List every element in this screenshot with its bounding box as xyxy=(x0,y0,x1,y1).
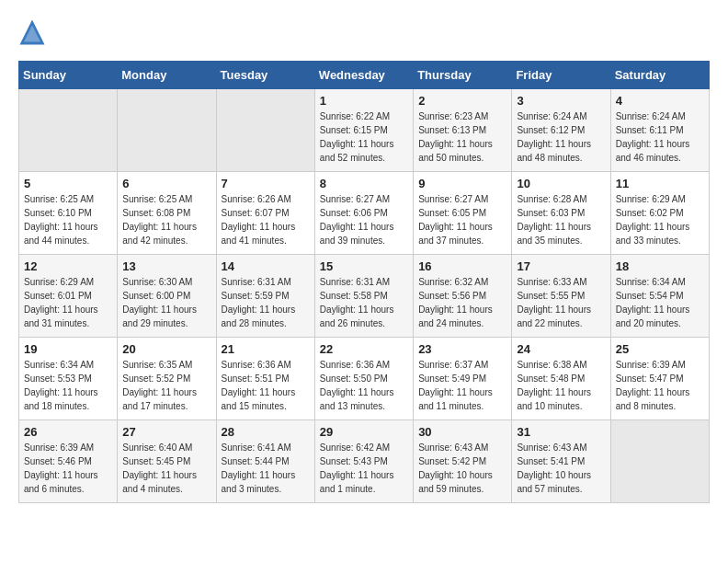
day-info: Sunrise: 6:43 AM Sunset: 5:42 PM Dayligh… xyxy=(418,441,506,496)
calendar-cell: 17Sunrise: 6:33 AM Sunset: 5:55 PM Dayli… xyxy=(512,255,610,338)
day-number: 1 xyxy=(320,94,408,108)
calendar-cell: 19Sunrise: 6:34 AM Sunset: 5:53 PM Dayli… xyxy=(19,338,118,420)
calendar-cell: 29Sunrise: 6:42 AM Sunset: 5:43 PM Dayli… xyxy=(314,420,413,503)
day-number: 20 xyxy=(122,342,210,356)
week-row-0: 1Sunrise: 6:22 AM Sunset: 6:15 PM Daylig… xyxy=(19,89,710,172)
calendar-cell: 1Sunrise: 6:22 AM Sunset: 6:15 PM Daylig… xyxy=(314,89,413,172)
calendar-cell: 23Sunrise: 6:37 AM Sunset: 5:49 PM Dayli… xyxy=(414,338,512,420)
day-number: 24 xyxy=(517,342,605,356)
day-info: Sunrise: 6:33 AM Sunset: 5:55 PM Dayligh… xyxy=(517,275,605,330)
day-info: Sunrise: 6:22 AM Sunset: 6:15 PM Dayligh… xyxy=(320,109,408,165)
day-info: Sunrise: 6:25 AM Sunset: 6:10 PM Dayligh… xyxy=(24,192,112,247)
day-info: Sunrise: 6:26 AM Sunset: 6:07 PM Dayligh… xyxy=(222,192,310,247)
day-number: 19 xyxy=(24,342,112,356)
day-number: 16 xyxy=(418,259,506,273)
day-info: Sunrise: 6:27 AM Sunset: 6:06 PM Dayligh… xyxy=(320,192,408,247)
calendar-cell: 18Sunrise: 6:34 AM Sunset: 5:54 PM Dayli… xyxy=(610,255,709,338)
day-number: 30 xyxy=(418,425,506,439)
calendar-cell: 4Sunrise: 6:24 AM Sunset: 6:11 PM Daylig… xyxy=(610,89,709,172)
day-number: 10 xyxy=(517,177,605,190)
day-number: 18 xyxy=(616,259,704,273)
calendar-cell: 10Sunrise: 6:28 AM Sunset: 6:03 PM Dayli… xyxy=(512,172,610,255)
week-row-3: 19Sunrise: 6:34 AM Sunset: 5:53 PM Dayli… xyxy=(19,338,710,420)
calendar-cell: 25Sunrise: 6:39 AM Sunset: 5:47 PM Dayli… xyxy=(610,338,709,420)
day-info: Sunrise: 6:23 AM Sunset: 6:13 PM Dayligh… xyxy=(418,109,506,165)
day-number: 12 xyxy=(24,259,112,273)
calendar-cell: 24Sunrise: 6:38 AM Sunset: 5:48 PM Dayli… xyxy=(512,338,610,420)
calendar-cell xyxy=(610,420,709,503)
calendar-cell xyxy=(216,89,314,172)
header-day-sunday: Sunday xyxy=(19,62,118,89)
day-info: Sunrise: 6:39 AM Sunset: 5:47 PM Dayligh… xyxy=(616,358,704,413)
day-info: Sunrise: 6:34 AM Sunset: 5:53 PM Dayligh… xyxy=(24,358,112,413)
day-number: 6 xyxy=(122,177,210,190)
header-day-wednesday: Wednesday xyxy=(314,62,413,89)
calendar-cell: 11Sunrise: 6:29 AM Sunset: 6:02 PM Dayli… xyxy=(610,172,709,255)
day-info: Sunrise: 6:31 AM Sunset: 5:58 PM Dayligh… xyxy=(320,275,408,330)
day-info: Sunrise: 6:39 AM Sunset: 5:46 PM Dayligh… xyxy=(24,441,112,496)
day-info: Sunrise: 6:32 AM Sunset: 5:56 PM Dayligh… xyxy=(418,275,506,330)
day-number: 21 xyxy=(222,342,310,356)
week-row-2: 12Sunrise: 6:29 AM Sunset: 6:01 PM Dayli… xyxy=(19,255,710,338)
calendar-cell: 6Sunrise: 6:25 AM Sunset: 6:08 PM Daylig… xyxy=(118,172,216,255)
day-info: Sunrise: 6:24 AM Sunset: 6:12 PM Dayligh… xyxy=(517,109,605,165)
calendar-cell: 27Sunrise: 6:40 AM Sunset: 5:45 PM Dayli… xyxy=(118,420,216,503)
calendar-cell: 7Sunrise: 6:26 AM Sunset: 6:07 PM Daylig… xyxy=(216,172,314,255)
day-info: Sunrise: 6:42 AM Sunset: 5:43 PM Dayligh… xyxy=(320,441,408,496)
calendar-cell: 20Sunrise: 6:35 AM Sunset: 5:52 PM Dayli… xyxy=(118,338,216,420)
day-number: 17 xyxy=(517,259,605,273)
calendar-cell xyxy=(118,89,216,172)
day-number: 5 xyxy=(24,177,112,190)
calendar-cell: 30Sunrise: 6:43 AM Sunset: 5:42 PM Dayli… xyxy=(414,420,512,503)
day-number: 7 xyxy=(222,177,310,190)
day-info: Sunrise: 6:24 AM Sunset: 6:11 PM Dayligh… xyxy=(616,109,704,165)
calendar-cell: 5Sunrise: 6:25 AM Sunset: 6:10 PM Daylig… xyxy=(19,172,118,255)
calendar-cell: 9Sunrise: 6:27 AM Sunset: 6:05 PM Daylig… xyxy=(414,172,512,255)
calendar-header: SundayMondayTuesdayWednesdayThursdayFrid… xyxy=(19,62,710,89)
day-number: 3 xyxy=(517,94,605,108)
calendar-body: 1Sunrise: 6:22 AM Sunset: 6:15 PM Daylig… xyxy=(19,89,710,503)
day-number: 25 xyxy=(616,342,704,356)
calendar-cell: 2Sunrise: 6:23 AM Sunset: 6:13 PM Daylig… xyxy=(414,89,512,172)
day-number: 27 xyxy=(122,425,210,439)
calendar-cell: 14Sunrise: 6:31 AM Sunset: 5:59 PM Dayli… xyxy=(216,255,314,338)
day-number: 15 xyxy=(320,259,408,273)
calendar-cell xyxy=(19,89,118,172)
day-info: Sunrise: 6:30 AM Sunset: 6:00 PM Dayligh… xyxy=(122,275,210,330)
week-row-4: 26Sunrise: 6:39 AM Sunset: 5:46 PM Dayli… xyxy=(19,420,710,503)
calendar-cell: 16Sunrise: 6:32 AM Sunset: 5:56 PM Dayli… xyxy=(414,255,512,338)
logo xyxy=(18,18,50,46)
calendar-cell: 12Sunrise: 6:29 AM Sunset: 6:01 PM Dayli… xyxy=(19,255,118,338)
logo-icon xyxy=(18,18,46,46)
day-info: Sunrise: 6:27 AM Sunset: 6:05 PM Dayligh… xyxy=(418,192,506,247)
day-info: Sunrise: 6:35 AM Sunset: 5:52 PM Dayligh… xyxy=(122,358,210,413)
day-info: Sunrise: 6:28 AM Sunset: 6:03 PM Dayligh… xyxy=(517,192,605,247)
day-info: Sunrise: 6:40 AM Sunset: 5:45 PM Dayligh… xyxy=(122,441,210,496)
calendar-cell: 8Sunrise: 6:27 AM Sunset: 6:06 PM Daylig… xyxy=(314,172,413,255)
header-day-saturday: Saturday xyxy=(610,62,709,89)
day-number: 14 xyxy=(222,259,310,273)
day-number: 29 xyxy=(320,425,408,439)
calendar-cell: 22Sunrise: 6:36 AM Sunset: 5:50 PM Dayli… xyxy=(314,338,413,420)
page-header xyxy=(18,18,710,46)
day-number: 28 xyxy=(222,425,310,439)
header-day-monday: Monday xyxy=(118,62,216,89)
day-info: Sunrise: 6:29 AM Sunset: 6:02 PM Dayligh… xyxy=(616,192,704,247)
day-number: 11 xyxy=(616,177,704,190)
calendar-cell: 15Sunrise: 6:31 AM Sunset: 5:58 PM Dayli… xyxy=(314,255,413,338)
header-row: SundayMondayTuesdayWednesdayThursdayFrid… xyxy=(19,62,710,89)
calendar-cell: 21Sunrise: 6:36 AM Sunset: 5:51 PM Dayli… xyxy=(216,338,314,420)
day-number: 26 xyxy=(24,425,112,439)
day-info: Sunrise: 6:37 AM Sunset: 5:49 PM Dayligh… xyxy=(418,358,506,413)
day-info: Sunrise: 6:34 AM Sunset: 5:54 PM Dayligh… xyxy=(616,275,704,330)
day-number: 4 xyxy=(616,94,704,108)
day-info: Sunrise: 6:36 AM Sunset: 5:50 PM Dayligh… xyxy=(320,358,408,413)
day-number: 31 xyxy=(517,425,605,439)
day-info: Sunrise: 6:25 AM Sunset: 6:08 PM Dayligh… xyxy=(122,192,210,247)
day-info: Sunrise: 6:36 AM Sunset: 5:51 PM Dayligh… xyxy=(222,358,310,413)
day-info: Sunrise: 6:29 AM Sunset: 6:01 PM Dayligh… xyxy=(24,275,112,330)
calendar-cell: 28Sunrise: 6:41 AM Sunset: 5:44 PM Dayli… xyxy=(216,420,314,503)
calendar-table: SundayMondayTuesdayWednesdayThursdayFrid… xyxy=(18,61,710,503)
calendar-cell: 3Sunrise: 6:24 AM Sunset: 6:12 PM Daylig… xyxy=(512,89,610,172)
day-number: 9 xyxy=(418,177,506,190)
